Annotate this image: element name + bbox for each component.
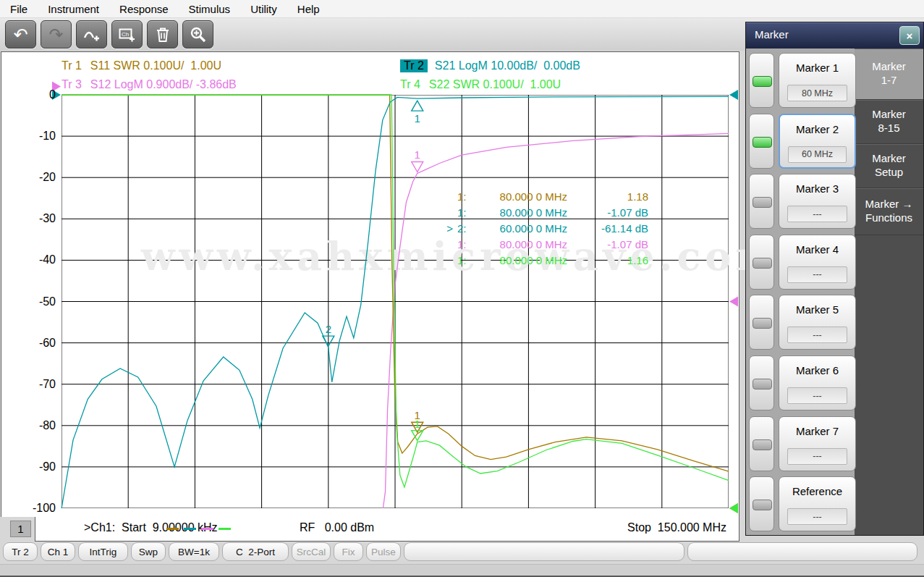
panel-title: Marker — [755, 28, 789, 41]
footer-button-ch-1[interactable]: Ch 1 — [41, 542, 75, 561]
redo-icon: ↷ — [48, 26, 63, 43]
ref-level-indicator — [729, 503, 738, 513]
menu-help[interactable]: Help — [287, 3, 330, 15]
readout-row: >2:60.000 0 MHz-61.14 dB — [441, 220, 648, 236]
footer-button-c-2-port[interactable]: C 2-Port — [222, 542, 289, 561]
marker-7-value: --- — [787, 448, 847, 465]
footer-button-srccal[interactable]: SrcCal — [292, 542, 331, 561]
channel-number-badge[interactable]: 1 — [10, 521, 31, 537]
legend-tr4[interactable]: Tr 4S22 SWR 0.100U/ 1.00U — [400, 77, 561, 92]
marker-6-value: --- — [787, 387, 847, 404]
tab-marker-1-7[interactable]: Marker 1-7 — [855, 49, 923, 100]
add-trace-button[interactable] — [76, 20, 107, 49]
y-axis-label: -80 — [25, 419, 56, 432]
trace1-id: Tr 1 — [62, 59, 82, 72]
marker-5-value: --- — [787, 327, 847, 343]
marker-3-led-off — [753, 197, 772, 208]
redo-button[interactable]: ↷ — [41, 20, 72, 49]
chart-area: Tr 1S11 SWR 0.100U/ 1.00U Tr 2S21 LogM 1… — [1, 51, 739, 542]
marker-4-button[interactable]: Marker 4--- — [779, 235, 856, 290]
trace2-desc: S21 LogM 10.00dB/ 0.00dB — [435, 59, 580, 72]
chart-marker-1[interactable]: 1 — [412, 148, 423, 172]
undo-button[interactable]: ↶ — [5, 20, 36, 49]
marker-4-label: Marker 4 — [779, 243, 855, 256]
add-channel-button[interactable]: Ch — [111, 20, 143, 49]
footer-button-tr-2[interactable]: Tr 2 — [3, 542, 38, 561]
chart-marker-1[interactable]: 1 — [412, 101, 423, 125]
y-axis-label: -30 — [25, 212, 56, 225]
vna-application-window: FileInstrumentResponseStimulusUtilityHel… — [0, 0, 924, 577]
footer-button-bw=1k[interactable]: BW=1k — [169, 542, 219, 561]
footer-button-empty — [687, 542, 917, 561]
marker-5-led-off — [753, 318, 772, 329]
close-button[interactable]: × — [899, 26, 920, 45]
marker-2-led-on — [753, 137, 772, 148]
marker-6-button[interactable]: Marker 6--- — [779, 355, 856, 410]
marker-row-marker-7: Marker 7--- — [749, 416, 856, 471]
trace-2-dash — [184, 528, 196, 530]
marker-3-button[interactable]: Marker 3--- — [779, 174, 856, 229]
marker-row-reference: Reference--- — [749, 476, 856, 531]
readout-cell: -1.07 dB — [567, 238, 648, 250]
tab-marker-setup[interactable]: Marker Setup — [855, 144, 923, 188]
readout-cell: 1: — [453, 190, 478, 203]
footer-button-empty — [404, 542, 684, 561]
ref-level-indicator — [729, 90, 738, 100]
menu-stimulus[interactable]: Stimulus — [179, 3, 241, 15]
marker-7-button[interactable]: Marker 7--- — [779, 416, 856, 471]
readout-row: 1:80.000 0 MHz1.16 — [441, 252, 648, 268]
trace-4-dash — [219, 528, 231, 530]
marker-4-toggle[interactable] — [749, 235, 774, 290]
delete-button[interactable] — [147, 20, 178, 49]
menu-instrument[interactable]: Instrument — [38, 3, 109, 15]
y-axis-label: 0 — [25, 88, 56, 101]
marker-2-button[interactable]: Marker 260 MHz — [779, 114, 856, 169]
marker-5-button[interactable]: Marker 5--- — [779, 295, 856, 350]
zoom-button[interactable] — [182, 20, 213, 49]
magnifier-plus-icon — [189, 25, 208, 44]
marker-3-toggle[interactable] — [749, 174, 774, 229]
chart-marker-1[interactable]: 1 — [412, 418, 423, 441]
marker-panel: Marker × Marker 1-7Marker 8-15Marker Set… — [745, 22, 924, 536]
marker-7-toggle[interactable] — [749, 416, 774, 471]
chart-marker-2[interactable]: 2 — [323, 323, 334, 346]
readout-cell: -61.14 dB — [567, 222, 648, 235]
footer-button-pulse[interactable]: Pulse — [366, 542, 401, 561]
footer-button-swp[interactable]: Swp — [131, 542, 166, 561]
menu-utility[interactable]: Utility — [240, 3, 287, 15]
legend-tr2[interactable]: Tr 2S21 LogM 10.00dB/ 0.00dB — [400, 59, 580, 73]
undo-icon: ↶ — [13, 26, 27, 43]
footer-button-fix[interactable]: Fix — [334, 542, 363, 561]
marker-1-button[interactable]: Marker 180 MHz — [779, 53, 856, 108]
marker-5-toggle[interactable] — [749, 295, 774, 350]
trace1-desc: S11 SWR 0.100U/ 1.00U — [90, 59, 221, 72]
marker-1-toggle[interactable] — [749, 53, 774, 108]
reference-button[interactable]: Reference--- — [779, 476, 856, 531]
menu-response[interactable]: Response — [109, 3, 179, 15]
marker-6-toggle[interactable] — [749, 355, 774, 410]
legend-tr3[interactable]: Tr 3S12 LogM 0.900dB/ -3.86dB — [62, 77, 237, 92]
tab-marker-functions[interactable]: Marker → Functions — [855, 188, 923, 235]
marker-4-led-off — [753, 258, 772, 269]
menu-file[interactable]: File — [0, 3, 38, 15]
marker-1-label: Marker 1 — [779, 62, 855, 74]
trace-2-curve — [62, 96, 729, 508]
tab-marker-8-15[interactable]: Marker 8-15 — [855, 100, 923, 144]
y-axis-label: -40 — [25, 253, 56, 266]
trace-3-dash — [201, 528, 213, 530]
y-axis-label: -90 — [25, 460, 56, 473]
menu-bar: FileInstrumentResponseStimulusUtilityHel… — [0, 0, 924, 18]
marker-row-marker-6: Marker 6--- — [749, 355, 856, 410]
marker-row-marker-1: Marker 180 MHz — [749, 53, 856, 108]
plot-area[interactable]: 12111 — [62, 95, 729, 508]
readout-cell: 60.000 0 MHz — [478, 222, 567, 235]
trace2-id-active-badge: Tr 2 — [400, 59, 428, 72]
marker-panel-titlebar[interactable]: Marker × — [746, 22, 923, 49]
marker-panel-tabs: Marker 1-7Marker 8-15Marker SetupMarker … — [855, 49, 923, 535]
footer-button-inttrig[interactable]: IntTrig — [78, 542, 128, 561]
marker-2-toggle[interactable] — [749, 114, 774, 169]
legend-tr1[interactable]: Tr 1S11 SWR 0.100U/ 1.00U — [62, 59, 221, 73]
marker-7-led-off — [753, 439, 772, 450]
reference-toggle[interactable] — [749, 476, 774, 531]
marker-5-label: Marker 5 — [779, 303, 855, 316]
